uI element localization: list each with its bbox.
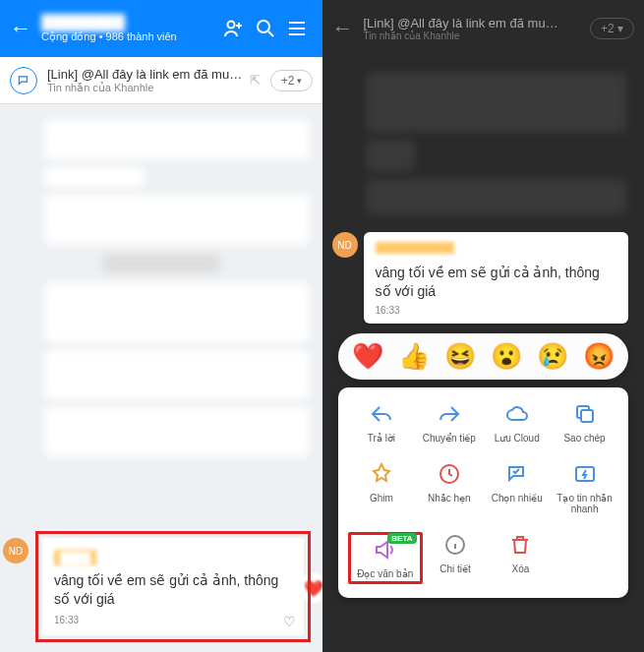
menu-read-text[interactable]: BETA Đọc văn bản [353, 537, 418, 579]
menu-copy[interactable]: Sao chép [551, 401, 618, 444]
menu-reply[interactable]: Trả lời [348, 401, 416, 444]
svg-point-1 [258, 21, 269, 32]
pinned-message-icon [10, 67, 37, 94]
chat-area-dimmed: ND vâng tối về em sẽ gửi cả ảnh, thông s… [322, 57, 645, 652]
svg-point-0 [227, 22, 234, 29]
copy-icon [572, 401, 598, 427]
pinned-bar[interactable]: [Link] @All đây là link em đã mu… Tin nh… [0, 57, 322, 104]
message-time: 16:33 [54, 615, 292, 625]
avatar: ND [3, 538, 29, 563]
back-icon[interactable]: ← [332, 16, 354, 41]
right-screenshot: ← [Link] @All đây là link em đã mu… Tin … [322, 0, 645, 652]
reaction-haha[interactable]: 😆 [444, 341, 476, 372]
menu-remind[interactable]: Nhắc hẹn [415, 461, 483, 514]
chat-area: ❤️ ND ████ vâng tối về em sẽ gửi cả ảnh,… [0, 104, 322, 652]
menu-quick[interactable]: Tạo tin nhắn nhanh [551, 461, 618, 514]
pin-collapse-icon[interactable]: ⇱ [250, 73, 261, 88]
reaction-wow[interactable]: 😮 [491, 341, 522, 372]
pinned-count-badge: +2 ▾ [590, 18, 634, 39]
reply-icon [369, 401, 394, 427]
group-name: ████████ [41, 14, 218, 30]
sender-name-blurred: ████ [54, 550, 96, 565]
forward-icon [437, 401, 462, 427]
message-text: vâng tối về em sẽ gửi cả ảnh, thông số v… [376, 264, 617, 301]
select-icon [504, 461, 530, 487]
trash-icon [507, 532, 533, 558]
reaction-heart[interactable]: ❤️ [352, 341, 383, 372]
group-subtitle: Cộng đồng • 986 thành viên [41, 30, 218, 43]
pinned-title: [Link] @All đây là link em đã mu… [364, 16, 590, 30]
highlighted-menu-item: BETA Đọc văn bản [348, 532, 423, 584]
pinned-title: [Link] @All đây là link em đã mu… [47, 67, 250, 82]
menu-details[interactable]: Chi tiết [423, 532, 488, 584]
reaction-bar: ❤️ 👍 😆 😮 😢 😡 [338, 333, 629, 380]
react-icon[interactable]: ♡ [283, 614, 296, 629]
reaction-like[interactable]: 👍 [398, 341, 430, 372]
pin-icon [369, 461, 394, 487]
cloud-icon [504, 401, 530, 427]
message-text: vâng tối về em sẽ gửi cả ảnh, thông số v… [54, 571, 292, 609]
pinned-subtitle: Tin nhắn của Khanhle [364, 30, 590, 41]
menu-select[interactable]: Chọn nhiều [483, 461, 551, 514]
menu-delete[interactable]: Xóa [488, 532, 553, 584]
highlighted-message: ND ████ vâng tối về em sẽ gửi cả ảnh, th… [35, 531, 311, 642]
add-member-icon[interactable] [218, 17, 250, 40]
chat-header-dimmed: ← [Link] @All đây là link em đã mu… Tin … [322, 0, 645, 57]
context-menu: Trả lời Chuyển tiếp Lưu Cloud Sao chép [338, 387, 629, 598]
pinned-count-badge[interactable]: +2 ▾ [270, 70, 313, 91]
menu-icon[interactable] [281, 17, 313, 40]
left-screenshot: ← ████████ Cộng đồng • 986 thành viên [L… [0, 0, 322, 652]
message-time: 16:33 [376, 305, 617, 316]
sender-name-blurred [376, 242, 454, 254]
avatar: ND [332, 232, 358, 258]
back-icon[interactable]: ← [10, 16, 31, 41]
selected-message: ND vâng tối về em sẽ gửi cả ảnh, thông s… [364, 232, 629, 324]
beta-badge: BETA [387, 533, 416, 544]
menu-cloud[interactable]: Lưu Cloud [483, 401, 551, 444]
pinned-subtitle: Tin nhắn của Khanhle [47, 82, 250, 94]
svg-rect-2 [581, 410, 593, 422]
quick-message-icon [572, 461, 598, 487]
reaction-angry[interactable]: 😡 [583, 341, 615, 372]
info-icon [442, 532, 468, 558]
chat-header: ← ████████ Cộng đồng • 986 thành viên [0, 0, 322, 57]
search-icon[interactable] [250, 17, 281, 40]
menu-pin[interactable]: Ghim [348, 461, 416, 514]
menu-forward[interactable]: Chuyển tiếp [415, 401, 483, 444]
reaction-sad[interactable]: 😢 [537, 341, 568, 372]
clock-icon [437, 461, 462, 487]
